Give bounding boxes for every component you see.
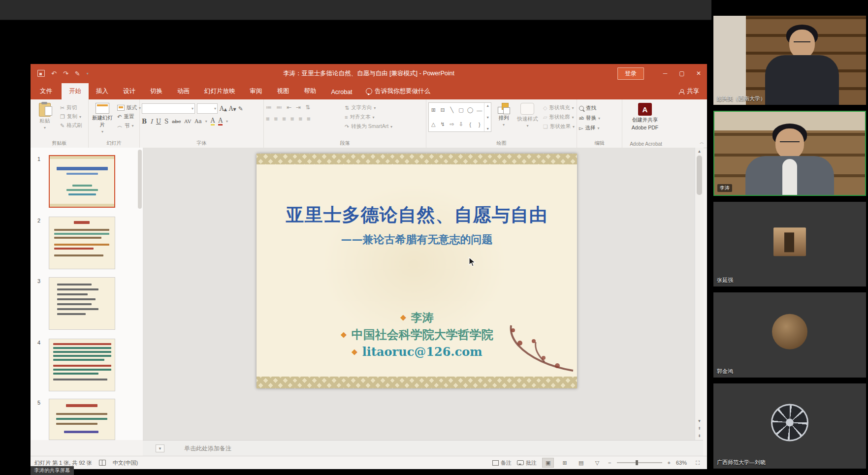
collapse-ribbon-icon[interactable]: ︿ — [700, 139, 704, 146]
shrink-font-icon[interactable]: A▼ — [229, 105, 236, 112]
distribute-icon[interactable]: ≡ — [298, 115, 302, 123]
tab-view[interactable]: 视图 — [270, 83, 297, 99]
clear-format-icon[interactable]: ✎ — [238, 105, 243, 112]
align-left-icon[interactable]: ≡ — [266, 115, 270, 123]
participant-tile-5[interactable]: 广西师范大学—刘晓 — [713, 383, 866, 469]
shape-effects-button[interactable]: ❏形状效果▾ — [543, 123, 575, 130]
tab-insert[interactable]: 插入 — [89, 83, 116, 99]
zoom-slider-thumb[interactable] — [636, 460, 638, 465]
slide-area-scrollbar[interactable]: ▲ ▼ ⇞ ⇟ — [695, 148, 704, 440]
reset-button[interactable]: ↶重置 — [117, 113, 141, 120]
close-button[interactable]: ✕ — [690, 64, 707, 83]
scrollbar-thumb[interactable] — [697, 156, 702, 195]
thumbnail-scrollbar[interactable] — [138, 150, 142, 209]
select-button[interactable]: ▻选择▾ — [579, 125, 620, 131]
draw-icon[interactable]: ✎ — [75, 70, 80, 77]
create-pdf-button[interactable]: A 创建并共享 Adobe PDF — [624, 101, 666, 130]
save-icon[interactable] — [37, 70, 45, 77]
shape-icon[interactable]: ↯ — [440, 121, 445, 127]
language-indicator[interactable]: 中文(中国) — [113, 459, 138, 467]
shape-icon[interactable]: ⇨ — [450, 121, 454, 127]
shape-outline-button[interactable]: ▱形状轮廓▾ — [543, 114, 575, 121]
fit-slide-button[interactable]: ⛶ — [692, 458, 703, 467]
new-slide-button[interactable]: 新建幻灯片 ▾ — [91, 101, 114, 140]
numbering-icon[interactable]: ≕ — [276, 104, 282, 111]
notes-toggle-button[interactable]: 备注 — [492, 459, 512, 467]
change-case-button[interactable]: Aa — [194, 118, 202, 125]
format-painter-button[interactable]: ✎格式刷 — [60, 122, 82, 129]
reading-view-button[interactable]: ▤ — [576, 458, 586, 467]
shape-icon[interactable]: ⇩ — [459, 121, 463, 127]
shape-icon[interactable]: ⊟ — [440, 107, 445, 113]
slide-subtitle[interactable]: ——兼论古希腊有无意志的问题 — [257, 232, 577, 247]
zoom-in-button[interactable]: + — [668, 460, 671, 466]
smartart-button[interactable]: ↷转换为 SmartArt▾ — [345, 123, 392, 130]
previous-slide-icon[interactable]: ⇞ — [698, 426, 701, 431]
shape-gallery[interactable]: ⊞ ⊟ ╲ ▢ ◯ — △ ↯ ⇨ ⇩ { } ▲ ▼ ▼ — [428, 102, 491, 132]
shape-icon[interactable]: ╲ — [450, 107, 453, 113]
tab-home[interactable]: 开始 — [62, 83, 89, 99]
copy-button[interactable]: ❐复制▾ — [60, 113, 82, 120]
scroll-up-icon[interactable]: ▲ — [486, 104, 489, 107]
shape-icon[interactable]: — — [477, 107, 482, 113]
share-button[interactable]: 共享 — [671, 83, 707, 99]
character-spacing-button[interactable]: AV — [184, 119, 191, 124]
zoom-slider[interactable] — [617, 462, 662, 463]
notes-collapse-icon[interactable]: ▼ — [156, 444, 164, 452]
tab-animations[interactable]: 动画 — [170, 83, 197, 99]
participant-tile-1[interactable]: 彭兴美（西南大学） — [713, 16, 866, 105]
notes-placeholder[interactable]: 单击此处添加备注 — [184, 444, 231, 453]
scroll-up-icon[interactable]: ▲ — [698, 148, 702, 154]
quick-styles-button[interactable]: 快速样式 ▾ — [516, 101, 539, 140]
tab-acrobat[interactable]: Acrobat — [324, 85, 360, 99]
arrange-button[interactable]: 排列 ▾ — [495, 101, 512, 140]
line-spacing-icon[interactable]: ⇅ — [305, 104, 310, 111]
shape-icon[interactable]: { — [469, 122, 471, 127]
underline-button[interactable]: U — [156, 118, 161, 125]
spellcheck-icon[interactable] — [99, 460, 106, 466]
tell-me-box[interactable]: 告诉我你想要做什么 — [360, 83, 437, 99]
layout-button[interactable]: 版式▾ — [117, 104, 141, 111]
shape-gallery-scrollbar[interactable]: ▲ ▼ ▼ — [484, 103, 491, 131]
section-button[interactable]: ︿节▾ — [117, 122, 141, 129]
shape-fill-button[interactable]: ◇形状填充▾ — [543, 104, 575, 111]
font-size-combo[interactable]: ▾ — [197, 103, 218, 114]
cut-button[interactable]: ✂剪切 — [60, 104, 82, 111]
highlight-button[interactable]: A — [211, 117, 215, 126]
italic-button[interactable]: I — [150, 118, 153, 125]
text-direction-button[interactable]: ⇅文字方向▾ — [345, 104, 392, 111]
shape-icon[interactable]: ▢ — [458, 107, 463, 113]
paste-button[interactable]: 粘贴 ▾ — [32, 101, 57, 140]
justify-icon[interactable]: ≡ — [290, 115, 294, 123]
participant-tile-2-speaking[interactable]: 李涛 — [713, 111, 866, 196]
tab-review[interactable]: 审阅 — [243, 83, 270, 99]
slide-title[interactable]: 亚里士多德论自然、自愿与自由 — [257, 203, 577, 227]
normal-view-button[interactable]: ▣ — [542, 458, 554, 468]
comments-toggle-button[interactable]: 批注 — [517, 459, 537, 467]
tab-slideshow[interactable]: 幻灯片放映 — [197, 83, 243, 99]
slideshow-view-button[interactable]: ▽ — [592, 458, 603, 467]
bold-button[interactable]: B — [142, 118, 147, 125]
decrease-indent-icon[interactable]: ⇤ — [287, 104, 291, 111]
align-right-icon[interactable]: ≡ — [282, 115, 286, 123]
increase-indent-icon[interactable]: ⇥ — [296, 104, 301, 111]
tab-file[interactable]: 文件 — [31, 83, 62, 99]
zoom-level[interactable]: 63% — [676, 460, 687, 466]
shape-icon[interactable]: ◯ — [467, 107, 473, 113]
participant-tile-4[interactable]: 郭金鸿 — [713, 292, 866, 378]
scroll-down-icon[interactable]: ▼ — [698, 419, 702, 423]
slide-canvas[interactable]: 亚里士多德论自然、自愿与自由 ——兼论古希腊有无意志的问题 ❖李涛 ❖中国社会科… — [257, 154, 577, 388]
strikethrough-button[interactable]: abc — [172, 119, 181, 124]
more-shapes-icon[interactable]: ▼ — [486, 127, 489, 130]
tab-help[interactable]: 帮助 — [297, 83, 324, 99]
align-text-button[interactable]: ≡对齐文本▾ — [345, 114, 392, 121]
minimize-button[interactable]: ─ — [657, 64, 674, 83]
font-color-button[interactable]: A — [218, 117, 223, 126]
align-center-icon[interactable]: ≡ — [274, 115, 278, 123]
shape-icon[interactable]: ⊞ — [431, 107, 436, 113]
shape-icon[interactable]: △ — [431, 121, 435, 127]
next-slide-icon[interactable]: ⇟ — [698, 434, 701, 438]
bullets-icon[interactable]: ≔ — [266, 104, 272, 111]
grow-font-icon[interactable]: A▲ — [220, 105, 227, 112]
replace-button[interactable]: ab替换▾ — [579, 115, 620, 122]
